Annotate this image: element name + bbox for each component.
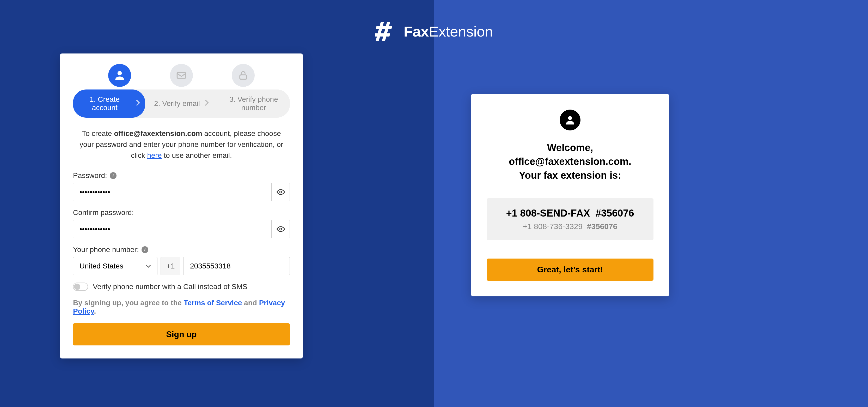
eye-icon <box>277 188 285 196</box>
use-another-email-link[interactable]: here <box>147 151 162 159</box>
welcome-card: Welcome, office@faxextension.com. Your f… <box>471 94 669 296</box>
toggle-knob <box>74 284 80 290</box>
logo: FaxExtension <box>375 21 493 42</box>
country-value: United States <box>80 262 123 270</box>
terms-of-service-link[interactable]: Terms of Service <box>184 299 242 307</box>
call-toggle-row: Verify phone number with a Call instead … <box>73 283 290 291</box>
signup-button[interactable]: Sign up <box>73 323 290 345</box>
steps-tabs: 1. Create account 2. Verify email 3. Ver… <box>73 89 290 118</box>
svg-rect-7 <box>376 26 392 29</box>
phone-label: Your phone number: <box>73 245 139 254</box>
step-2-icon <box>170 64 193 87</box>
chevron-down-icon <box>146 263 151 269</box>
confirm-password-group: Confirm password: <box>73 208 290 238</box>
password-label: Password: <box>73 171 107 180</box>
tab-verify-phone-label: 3. Verify phone number <box>223 95 285 112</box>
country-select[interactable]: United States <box>73 257 157 275</box>
step-3-icon <box>232 64 255 87</box>
fax-numeric-line: +1 808-736-3329 #356076 <box>494 222 646 231</box>
fax-info-box: +1 808-SEND-FAX #356076 +1 808-736-3329 … <box>487 198 653 240</box>
phone-label-row: Your phone number: i <box>73 245 290 254</box>
start-button[interactable]: Great, let's start! <box>487 259 653 281</box>
instruction-email: office@faxextension.com <box>114 129 202 138</box>
svg-rect-8 <box>375 33 390 36</box>
person-icon <box>113 69 126 82</box>
confirm-password-input[interactable] <box>73 220 271 238</box>
call-toggle-label: Verify phone number with a Call instead … <box>93 283 247 291</box>
tab-verify-email-label: 2. Verify email <box>154 99 200 108</box>
instruction-text: To create office@faxextension.com accoun… <box>73 128 290 161</box>
tab-create-account[interactable]: 1. Create account <box>73 89 145 118</box>
tab-create-account-label: 1. Create account <box>78 95 131 112</box>
confirm-password-label-row: Confirm password: <box>73 208 290 217</box>
svg-rect-6 <box>382 22 390 41</box>
mail-icon <box>176 70 187 81</box>
password-group: Password: i <box>73 171 290 201</box>
phone-input-row: United States +1 <box>73 257 290 275</box>
fax-vanity-line: +1 808-SEND-FAX #356076 <box>494 208 646 219</box>
svg-point-4 <box>280 228 282 230</box>
welcome-avatar <box>560 110 581 130</box>
hash-icon <box>375 21 396 42</box>
left-panel: 1. Create account 2. Verify email 3. Ver… <box>0 0 434 407</box>
password-input-wrapper <box>73 183 290 201</box>
logo-text: FaxExtension <box>404 23 493 40</box>
phone-input[interactable] <box>184 257 290 275</box>
terms-text: By signing up, you agree to the Terms of… <box>73 299 290 315</box>
person-icon <box>564 114 576 126</box>
toggle-confirm-visibility[interactable] <box>271 220 289 238</box>
password-input[interactable] <box>73 183 271 201</box>
eye-icon <box>277 225 285 233</box>
info-icon[interactable]: i <box>142 246 148 253</box>
lock-icon <box>238 70 249 81</box>
chevron-right-icon <box>205 99 209 108</box>
svg-rect-1 <box>177 72 186 78</box>
page-container: 1. Create account 2. Verify email 3. Ver… <box>0 0 868 407</box>
chevron-right-icon <box>136 99 140 108</box>
confirm-password-label: Confirm password: <box>73 208 134 217</box>
confirm-password-input-wrapper <box>73 220 290 238</box>
svg-point-9 <box>568 116 572 120</box>
signup-card: 1. Create account 2. Verify email 3. Ver… <box>60 54 303 358</box>
right-panel: Welcome, office@faxextension.com. Your f… <box>434 0 868 407</box>
call-toggle[interactable] <box>73 283 88 291</box>
tab-verify-phone: 3. Verify phone number <box>218 89 290 118</box>
svg-point-0 <box>117 71 122 76</box>
svg-rect-2 <box>240 75 247 79</box>
password-label-row: Password: i <box>73 171 290 180</box>
svg-point-3 <box>280 191 282 193</box>
phone-group: Your phone number: i United States +1 <box>73 245 290 275</box>
svg-rect-5 <box>376 22 384 41</box>
steps-icons-row <box>73 64 290 87</box>
toggle-password-visibility[interactable] <box>271 183 289 201</box>
info-icon[interactable]: i <box>110 172 117 179</box>
welcome-heading: Welcome, office@faxextension.com. Your f… <box>487 141 653 183</box>
country-code: +1 <box>161 257 180 275</box>
step-1-icon <box>108 64 131 87</box>
tab-verify-email: 2. Verify email <box>145 89 217 118</box>
